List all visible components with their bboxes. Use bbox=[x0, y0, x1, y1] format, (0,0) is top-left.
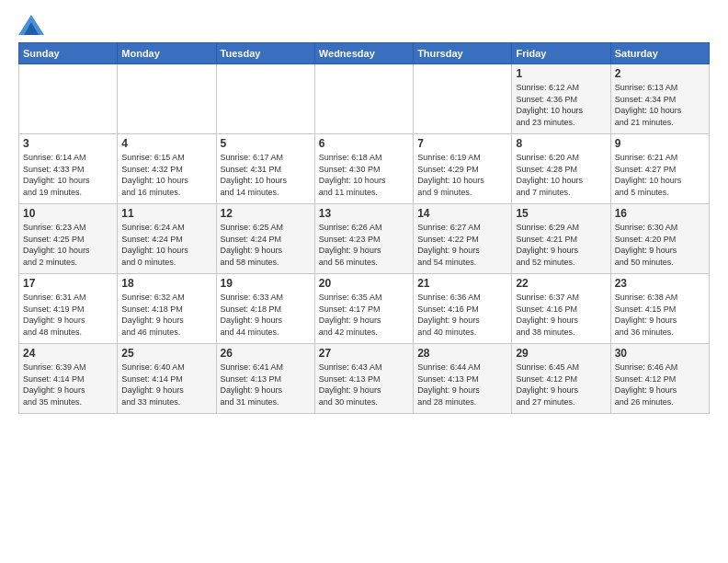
day-number: 27 bbox=[319, 347, 409, 360]
col-header-wednesday: Wednesday bbox=[314, 43, 413, 64]
day-info: Sunrise: 6:19 AM Sunset: 4:29 PM Dayligh… bbox=[417, 152, 507, 198]
day-info: Sunrise: 6:23 AM Sunset: 4:25 PM Dayligh… bbox=[23, 222, 113, 268]
day-cell: 3Sunrise: 6:14 AM Sunset: 4:33 PM Daylig… bbox=[19, 134, 118, 204]
day-cell: 29Sunrise: 6:45 AM Sunset: 4:12 PM Dayli… bbox=[512, 344, 610, 414]
day-number: 24 bbox=[23, 347, 113, 360]
day-cell bbox=[216, 64, 314, 134]
day-cell: 25Sunrise: 6:40 AM Sunset: 4:14 PM Dayli… bbox=[118, 344, 216, 414]
calendar-page: SundayMondayTuesdayWednesdayThursdayFrid… bbox=[0, 0, 728, 563]
day-cell: 14Sunrise: 6:27 AM Sunset: 4:22 PM Dayli… bbox=[414, 204, 512, 274]
day-number: 25 bbox=[121, 347, 211, 360]
day-cell: 15Sunrise: 6:29 AM Sunset: 4:21 PM Dayli… bbox=[512, 204, 610, 274]
day-cell: 2Sunrise: 6:13 AM Sunset: 4:34 PM Daylig… bbox=[610, 64, 709, 134]
day-number: 23 bbox=[615, 277, 705, 290]
day-number: 15 bbox=[516, 207, 606, 220]
day-info: Sunrise: 6:44 AM Sunset: 4:13 PM Dayligh… bbox=[417, 362, 507, 408]
day-info: Sunrise: 6:13 AM Sunset: 4:34 PM Dayligh… bbox=[615, 82, 705, 128]
day-info: Sunrise: 6:17 AM Sunset: 4:31 PM Dayligh… bbox=[221, 152, 311, 198]
day-info: Sunrise: 6:12 AM Sunset: 4:36 PM Dayligh… bbox=[516, 82, 606, 128]
day-cell: 23Sunrise: 6:38 AM Sunset: 4:15 PM Dayli… bbox=[610, 274, 709, 344]
day-cell: 13Sunrise: 6:26 AM Sunset: 4:23 PM Dayli… bbox=[314, 204, 413, 274]
page-header bbox=[18, 15, 710, 35]
day-info: Sunrise: 6:25 AM Sunset: 4:24 PM Dayligh… bbox=[221, 222, 311, 268]
day-cell: 8Sunrise: 6:20 AM Sunset: 4:28 PM Daylig… bbox=[512, 134, 610, 204]
day-cell: 5Sunrise: 6:17 AM Sunset: 4:31 PM Daylig… bbox=[216, 134, 314, 204]
day-info: Sunrise: 6:20 AM Sunset: 4:28 PM Dayligh… bbox=[516, 152, 606, 198]
day-number: 12 bbox=[221, 207, 311, 220]
day-info: Sunrise: 6:15 AM Sunset: 4:32 PM Dayligh… bbox=[121, 152, 211, 198]
day-info: Sunrise: 6:26 AM Sunset: 4:23 PM Dayligh… bbox=[319, 222, 409, 268]
day-cell bbox=[414, 64, 512, 134]
day-info: Sunrise: 6:37 AM Sunset: 4:16 PM Dayligh… bbox=[516, 292, 606, 338]
day-info: Sunrise: 6:35 AM Sunset: 4:17 PM Dayligh… bbox=[319, 292, 409, 338]
day-number: 11 bbox=[121, 207, 211, 220]
day-info: Sunrise: 6:27 AM Sunset: 4:22 PM Dayligh… bbox=[417, 222, 507, 268]
day-cell bbox=[314, 64, 413, 134]
week-row-4: 17Sunrise: 6:31 AM Sunset: 4:19 PM Dayli… bbox=[19, 274, 710, 344]
day-number: 29 bbox=[516, 347, 606, 360]
day-info: Sunrise: 6:14 AM Sunset: 4:33 PM Dayligh… bbox=[23, 152, 113, 198]
day-cell: 21Sunrise: 6:36 AM Sunset: 4:16 PM Dayli… bbox=[414, 274, 512, 344]
week-row-2: 3Sunrise: 6:14 AM Sunset: 4:33 PM Daylig… bbox=[19, 134, 710, 204]
day-number: 22 bbox=[516, 277, 606, 290]
day-info: Sunrise: 6:46 AM Sunset: 4:12 PM Dayligh… bbox=[615, 362, 705, 408]
day-number: 30 bbox=[615, 347, 705, 360]
day-info: Sunrise: 6:43 AM Sunset: 4:13 PM Dayligh… bbox=[319, 362, 409, 408]
col-header-monday: Monday bbox=[118, 43, 216, 64]
day-info: Sunrise: 6:21 AM Sunset: 4:27 PM Dayligh… bbox=[615, 152, 705, 198]
day-number: 8 bbox=[516, 137, 606, 150]
day-cell: 20Sunrise: 6:35 AM Sunset: 4:17 PM Dayli… bbox=[314, 274, 413, 344]
day-number: 3 bbox=[23, 137, 113, 150]
day-info: Sunrise: 6:39 AM Sunset: 4:14 PM Dayligh… bbox=[23, 362, 113, 408]
day-number: 28 bbox=[417, 347, 507, 360]
day-info: Sunrise: 6:40 AM Sunset: 4:14 PM Dayligh… bbox=[121, 362, 211, 408]
day-number: 19 bbox=[221, 277, 311, 290]
day-cell: 26Sunrise: 6:41 AM Sunset: 4:13 PM Dayli… bbox=[216, 344, 314, 414]
day-info: Sunrise: 6:18 AM Sunset: 4:30 PM Dayligh… bbox=[319, 152, 409, 198]
day-number: 7 bbox=[417, 137, 507, 150]
day-info: Sunrise: 6:41 AM Sunset: 4:13 PM Dayligh… bbox=[221, 362, 311, 408]
col-header-saturday: Saturday bbox=[610, 43, 709, 64]
day-cell: 1Sunrise: 6:12 AM Sunset: 4:36 PM Daylig… bbox=[512, 64, 610, 134]
day-cell: 10Sunrise: 6:23 AM Sunset: 4:25 PM Dayli… bbox=[19, 204, 118, 274]
day-number: 9 bbox=[615, 137, 705, 150]
day-number: 1 bbox=[516, 67, 606, 80]
day-info: Sunrise: 6:45 AM Sunset: 4:12 PM Dayligh… bbox=[516, 362, 606, 408]
day-number: 26 bbox=[221, 347, 311, 360]
day-cell: 16Sunrise: 6:30 AM Sunset: 4:20 PM Dayli… bbox=[610, 204, 709, 274]
week-row-5: 24Sunrise: 6:39 AM Sunset: 4:14 PM Dayli… bbox=[19, 344, 710, 414]
day-number: 18 bbox=[121, 277, 211, 290]
day-cell: 4Sunrise: 6:15 AM Sunset: 4:32 PM Daylig… bbox=[118, 134, 216, 204]
day-number: 6 bbox=[319, 137, 409, 150]
day-number: 2 bbox=[615, 67, 705, 80]
day-cell: 7Sunrise: 6:19 AM Sunset: 4:29 PM Daylig… bbox=[414, 134, 512, 204]
day-info: Sunrise: 6:30 AM Sunset: 4:20 PM Dayligh… bbox=[615, 222, 705, 268]
day-info: Sunrise: 6:29 AM Sunset: 4:21 PM Dayligh… bbox=[516, 222, 606, 268]
calendar-table: SundayMondayTuesdayWednesdayThursdayFrid… bbox=[18, 42, 710, 414]
day-number: 14 bbox=[417, 207, 507, 220]
day-cell: 12Sunrise: 6:25 AM Sunset: 4:24 PM Dayli… bbox=[216, 204, 314, 274]
day-cell: 19Sunrise: 6:33 AM Sunset: 4:18 PM Dayli… bbox=[216, 274, 314, 344]
logo-icon bbox=[18, 15, 44, 35]
day-info: Sunrise: 6:24 AM Sunset: 4:24 PM Dayligh… bbox=[121, 222, 211, 268]
day-cell: 27Sunrise: 6:43 AM Sunset: 4:13 PM Dayli… bbox=[314, 344, 413, 414]
day-cell: 30Sunrise: 6:46 AM Sunset: 4:12 PM Dayli… bbox=[610, 344, 709, 414]
day-number: 5 bbox=[221, 137, 311, 150]
day-cell: 22Sunrise: 6:37 AM Sunset: 4:16 PM Dayli… bbox=[512, 274, 610, 344]
day-number: 10 bbox=[23, 207, 113, 220]
day-info: Sunrise: 6:33 AM Sunset: 4:18 PM Dayligh… bbox=[221, 292, 311, 338]
day-cell bbox=[118, 64, 216, 134]
day-info: Sunrise: 6:32 AM Sunset: 4:18 PM Dayligh… bbox=[121, 292, 211, 338]
day-cell bbox=[19, 64, 118, 134]
logo bbox=[18, 15, 48, 35]
day-cell: 11Sunrise: 6:24 AM Sunset: 4:24 PM Dayli… bbox=[118, 204, 216, 274]
week-row-1: 1Sunrise: 6:12 AM Sunset: 4:36 PM Daylig… bbox=[19, 64, 710, 134]
day-cell: 6Sunrise: 6:18 AM Sunset: 4:30 PM Daylig… bbox=[314, 134, 413, 204]
day-cell: 28Sunrise: 6:44 AM Sunset: 4:13 PM Dayli… bbox=[414, 344, 512, 414]
day-number: 17 bbox=[23, 277, 113, 290]
day-info: Sunrise: 6:36 AM Sunset: 4:16 PM Dayligh… bbox=[417, 292, 507, 338]
header-row: SundayMondayTuesdayWednesdayThursdayFrid… bbox=[19, 43, 710, 64]
day-number: 4 bbox=[121, 137, 211, 150]
day-info: Sunrise: 6:38 AM Sunset: 4:15 PM Dayligh… bbox=[615, 292, 705, 338]
week-row-3: 10Sunrise: 6:23 AM Sunset: 4:25 PM Dayli… bbox=[19, 204, 710, 274]
